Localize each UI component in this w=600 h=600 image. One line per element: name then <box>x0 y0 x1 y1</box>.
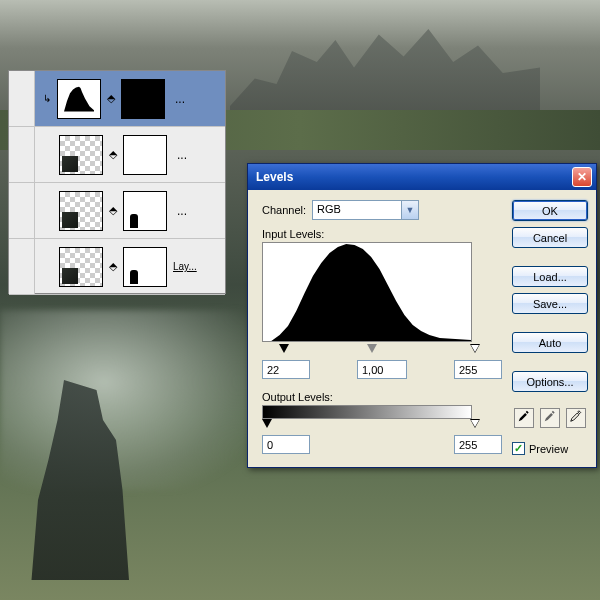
channel-select[interactable]: RGB ▼ <box>312 200 419 220</box>
layer-row[interactable]: ⬘ ... <box>9 127 225 183</box>
preview-checkbox[interactable]: ✓ <box>512 442 525 455</box>
indent-arrow-icon: ↳ <box>43 93 51 104</box>
input-gamma-field[interactable] <box>357 360 407 379</box>
dialog-title: Levels <box>256 170 293 184</box>
overflow-dots: ... <box>173 204 191 218</box>
layer-row-levels-adjustment[interactable]: ↳ ⬘ ... <box>9 71 225 127</box>
dropdown-button[interactable]: ▼ <box>402 200 419 220</box>
load-button[interactable]: Load... <box>512 266 588 287</box>
link-mask-icon: ⬘ <box>109 148 117 161</box>
adjustment-thumbnail[interactable] <box>57 79 101 119</box>
eyedropper-icon <box>517 409 531 425</box>
eyedropper-icon <box>543 409 557 425</box>
visibility-toggle[interactable] <box>9 71 35 126</box>
layer-mask-thumbnail[interactable] <box>123 247 167 287</box>
input-white-field[interactable] <box>454 360 502 379</box>
layer-row[interactable]: ⬘ Lay... <box>9 239 225 295</box>
layer-row[interactable]: ⬘ ... <box>9 183 225 239</box>
close-button[interactable]: ✕ <box>572 167 592 187</box>
chevron-down-icon: ▼ <box>406 205 415 215</box>
overflow-dots: ... <box>171 92 189 106</box>
visibility-toggle[interactable] <box>9 183 35 238</box>
layer-mask-thumbnail[interactable] <box>121 79 165 119</box>
input-black-field[interactable] <box>262 360 310 379</box>
link-mask-icon: ⬘ <box>109 204 117 217</box>
gray-point-eyedropper[interactable] <box>540 408 560 428</box>
dialog-titlebar[interactable]: Levels ✕ <box>248 164 596 190</box>
layer-name-label[interactable]: Lay... <box>173 261 197 272</box>
output-white-field[interactable] <box>454 435 502 454</box>
save-button[interactable]: Save... <box>512 293 588 314</box>
channel-label: Channel: <box>262 204 306 216</box>
layer-thumbnail[interactable] <box>59 247 103 287</box>
preview-label: Preview <box>529 443 568 455</box>
visibility-toggle[interactable] <box>9 239 35 294</box>
layers-panel: ↳ ⬘ ... ⬘ ... <box>8 70 226 294</box>
ok-button[interactable]: OK <box>512 200 588 221</box>
link-mask-icon: ⬘ <box>109 260 117 273</box>
options-button[interactable]: Options... <box>512 371 588 392</box>
levels-dialog: Levels ✕ Channel: RGB ▼ Input Levels: <box>247 163 597 468</box>
output-black-field[interactable] <box>262 435 310 454</box>
layer-thumbnail[interactable] <box>59 191 103 231</box>
auto-button[interactable]: Auto <box>512 332 588 353</box>
output-gradient <box>262 405 472 419</box>
output-slider-track[interactable] <box>262 419 472 431</box>
output-levels-label: Output Levels: <box>262 391 502 403</box>
input-slider-track[interactable] <box>262 344 472 356</box>
layer-thumbnail[interactable] <box>59 135 103 175</box>
output-black-slider[interactable] <box>262 419 272 428</box>
input-gamma-slider[interactable] <box>367 344 377 353</box>
overflow-dots: ... <box>173 148 191 162</box>
cancel-button[interactable]: Cancel <box>512 227 588 248</box>
visibility-toggle[interactable] <box>9 127 35 182</box>
black-point-eyedropper[interactable] <box>514 408 534 428</box>
white-point-eyedropper[interactable] <box>566 408 586 428</box>
input-levels-label: Input Levels: <box>262 228 502 240</box>
output-white-slider[interactable] <box>470 419 480 428</box>
link-mask-icon: ⬘ <box>107 92 115 105</box>
histogram <box>262 242 472 342</box>
layer-mask-thumbnail[interactable] <box>123 135 167 175</box>
close-icon: ✕ <box>577 170 587 184</box>
channel-value: RGB <box>312 200 402 220</box>
eyedropper-icon <box>569 409 583 425</box>
input-black-slider[interactable] <box>279 344 289 353</box>
input-white-slider[interactable] <box>470 344 480 353</box>
layer-mask-thumbnail[interactable] <box>123 191 167 231</box>
